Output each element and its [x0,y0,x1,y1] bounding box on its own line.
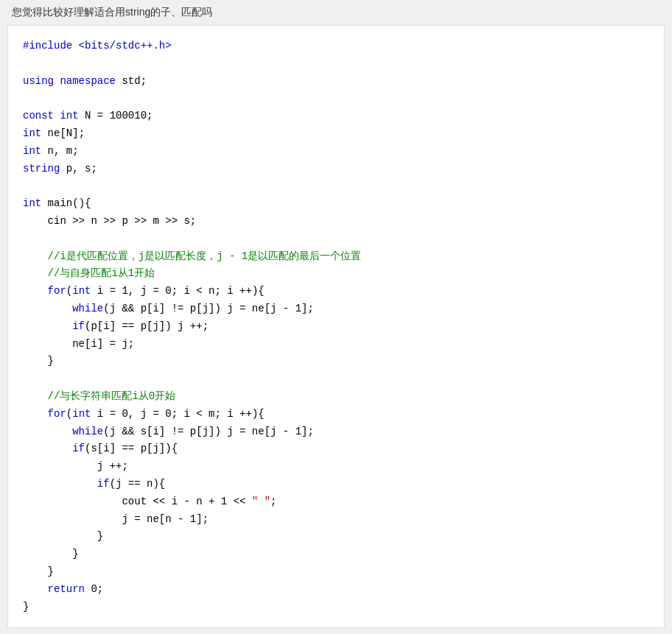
code-container: #include <bits/stdc++.h> using namespace… [7,25,665,628]
line-include: #include <bits/stdc++.h> [23,38,649,55]
line-close5: } [23,599,649,616]
line-jne: j = ne[n - 1]; [23,511,649,529]
line-ne: int ne[N]; [23,125,649,143]
line-for1: for(int i = 1, j = 0; i < n; i ++){ [23,283,649,300]
line-for2: for(int i = 0, j = 0; i < m; i ++){ [23,406,649,423]
line-return: return 0; [23,581,649,599]
line-close2: } [23,528,649,546]
line-ifjn: if(j == n){ [23,476,649,493]
line-string: string p, s; [23,161,649,178]
line-close3: } [23,546,649,563]
line-blank5 [23,370,649,388]
line-cin: cin >> n >> p >> m >> s; [23,213,649,230]
line-cmt3: //与长字符串匹配i从0开始 [23,388,649,406]
line-using: using namespace std; [23,73,649,91]
line-blank4 [23,230,649,248]
line-cmt2: //与自身匹配i从1开始 [23,265,649,283]
line-blank1 [23,55,649,73]
line-while2: while(j && s[i] != p[j]) j = ne[j - 1]; [23,423,649,441]
line-close4: } [23,563,649,581]
line-blank2 [23,90,649,108]
line-blank3 [23,177,649,195]
line-if2: if(s[i] == p[j]){ [23,440,649,458]
line-cmt1: //i是代匹配位置，j是以匹配长度，j - 1是以匹配的最后一个位置 [23,248,649,266]
line-jpp: j ++; [23,458,649,476]
line-nm: int n, m; [23,143,649,161]
line-while1: while(j && p[i] != p[j]) j = ne[j - 1]; [23,300,649,318]
line-cout: cout << i - n + 1 << " "; [23,493,649,511]
line-close1: } [23,353,649,370]
line-main: int main(){ [23,195,649,213]
header-text: 您觉得比较好理解适合用string的子、匹配吗 [0,0,672,25]
line-if1: if(p[i] == p[j]) j ++; [23,318,649,336]
line-neval: ne[i] = j; [23,336,649,353]
header-area: 您觉得比较好理解适合用string的子、匹配吗 [0,0,672,25]
line-const: const int N = 100010; [23,108,649,125]
